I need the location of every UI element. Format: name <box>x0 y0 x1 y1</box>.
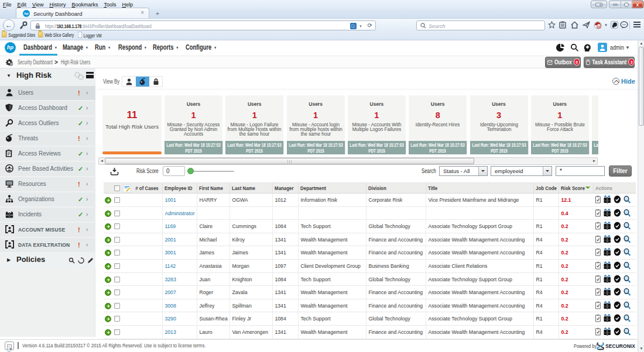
action-investigate-icon[interactable] <box>624 314 631 322</box>
column-header-actions[interactable]: Actions <box>593 183 628 194</box>
footer-app-icon[interactable] <box>5 341 14 350</box>
sidebar-menu-icon[interactable] <box>86 72 94 78</box>
table-row[interactable]: Administrator 0.4 <box>104 207 636 220</box>
action-case-icon[interactable] <box>604 327 611 336</box>
column-header-risk-score[interactable]: Risk Score <box>559 183 587 194</box>
sidebar-item-users[interactable]: Users ! › <box>0 86 95 100</box>
window-close-button[interactable]: x <box>632 1 643 8</box>
reload-icon[interactable]: ⟳ <box>368 22 372 29</box>
scroll-right-arrow-icon[interactable]: ► <box>591 158 597 164</box>
chevron-right-icon[interactable]: › <box>86 101 88 115</box>
chevron-right-icon[interactable]: › <box>86 86 88 100</box>
employee-id-link[interactable]: 1142 <box>165 263 176 269</box>
column-header-last-name[interactable]: Last Name <box>229 183 265 194</box>
action-complete-icon[interactable] <box>614 195 621 203</box>
nav-menu-respond[interactable]: Respond▼ <box>118 40 147 56</box>
action-investigate-icon[interactable] <box>624 195 631 203</box>
action-case-icon[interactable] <box>604 288 611 296</box>
expand-row-icon[interactable] <box>105 277 111 283</box>
status-select[interactable]: Status - All <box>439 166 488 176</box>
sidebar-item-data-exfiltration[interactable]: DATA EXFILTRATION ! › <box>0 238 95 252</box>
select-dropdown-icon[interactable] <box>543 167 551 175</box>
hamburger-menu-icon[interactable] <box>632 21 642 30</box>
column-header-job-code[interactable]: Job Code <box>533 183 554 194</box>
chevron-right-icon[interactable]: › <box>86 147 88 161</box>
card-total-high-risk-users[interactable]: 11 Total High Risk Users <box>102 95 162 154</box>
table-row[interactable]: 2001 Michael Kilroy 1341 Wealth Manageme… <box>104 233 636 247</box>
action-case-icon[interactable] <box>604 301 611 309</box>
filter-button[interactable]: Filter <box>609 165 632 177</box>
action-clipboard-icon[interactable] <box>595 288 601 296</box>
chat-bubble-icon[interactable] <box>619 21 629 30</box>
action-complete-icon[interactable] <box>614 327 621 336</box>
action-case-icon[interactable] <box>604 248 611 256</box>
column-header-of-cases[interactable]: # of Cases <box>133 183 157 194</box>
action-clipboard-icon[interactable] <box>595 222 601 230</box>
employee-id-link[interactable]: 2007 <box>165 289 176 295</box>
admin-user-label[interactable]: admin <box>610 40 624 56</box>
expand-row-icon[interactable] <box>105 263 111 270</box>
chevron-down-icon[interactable]: ▼ <box>625 40 630 56</box>
gear-icon[interactable] <box>5 58 13 66</box>
back-button[interactable]: ← <box>3 19 15 31</box>
action-clipboard-icon[interactable] <box>595 195 601 203</box>
policy-card[interactable]: Users 1 Misuse - Security Access Granted… <box>165 95 222 154</box>
page-vertical-scrollbar[interactable]: ▲ ▼ <box>638 40 644 352</box>
action-investigate-icon[interactable] <box>624 301 631 309</box>
expand-row-icon[interactable] <box>105 250 111 256</box>
scroll-down-arrow-icon[interactable]: ▼ <box>638 346 644 352</box>
extension-adobe-icon[interactable]: λ <box>593 21 602 30</box>
bookmark-item[interactable]: Suggested Sites <box>2 32 35 39</box>
column-header-manager[interactable]: Manager <box>272 183 293 194</box>
action-case-icon[interactable] <box>604 222 611 230</box>
table-row[interactable]: 2013 Lauro Van Amerongen 1341 Wealth Man… <box>104 326 636 339</box>
intelligence-head-icon[interactable] <box>583 43 592 53</box>
action-case-icon[interactable] <box>604 314 611 322</box>
sidebar-item-organizations[interactable]: Organizations ✓ › <box>0 192 95 206</box>
sidebar-item-peer-based-activities[interactable]: Peer Based Activities ✓ › <box>0 162 95 176</box>
chevron-right-icon[interactable]: › <box>86 162 88 176</box>
column-header-employee-id[interactable]: Employee ID <box>162 183 190 194</box>
chevron-right-icon[interactable]: › <box>86 223 88 237</box>
policy-card[interactable]: Users 8 Identity-Recent Hires Last Run: … <box>409 95 467 154</box>
employee-id-link[interactable]: 2001 <box>165 236 176 243</box>
action-case-icon[interactable] <box>604 261 611 270</box>
search-query-input[interactable]: * <box>556 166 605 176</box>
action-clipboard-icon[interactable] <box>595 248 601 256</box>
risk-score-slider-track[interactable] <box>191 171 234 172</box>
action-investigate-icon[interactable] <box>624 288 631 296</box>
view-by-threats-button[interactable] <box>136 77 149 87</box>
risk-score-slider-handle[interactable] <box>187 168 194 174</box>
action-clipboard-icon[interactable] <box>595 275 601 283</box>
row-checkbox[interactable] <box>114 223 120 229</box>
row-checkbox[interactable] <box>114 329 120 335</box>
send-plane-icon[interactable] <box>581 21 591 30</box>
column-header-department[interactable]: Department <box>298 183 354 194</box>
browser-menu-edit[interactable]: Edit <box>15 0 30 8</box>
bookmark-item[interactable]: Web Slice Gallery <box>38 32 74 39</box>
browser-menu-history[interactable]: History <box>46 0 68 8</box>
extension-box-icon[interactable] <box>609 21 619 30</box>
sidebar-item-access-outliers[interactable]: Access Outliers ✓ › <box>0 116 95 130</box>
action-case-icon[interactable] <box>604 195 611 203</box>
column-header-title[interactable]: Title <box>426 183 514 194</box>
action-clipboard-icon[interactable] <box>595 209 601 217</box>
action-complete-icon[interactable] <box>614 235 621 243</box>
view-by-access-button[interactable] <box>149 77 163 87</box>
nav-menu-reports[interactable]: Reports▼ <box>153 40 179 56</box>
action-complete-icon[interactable] <box>614 275 621 283</box>
table-row[interactable]: 3001 James Jaimes 1341 Wealth Management… <box>104 246 636 260</box>
expand-row-icon[interactable] <box>105 329 111 336</box>
edit-columns-icon[interactable] <box>123 184 131 192</box>
pie-chart-icon[interactable] <box>556 43 566 53</box>
action-complete-icon[interactable] <box>614 222 621 230</box>
expand-row-icon[interactable] <box>105 210 111 217</box>
action-investigate-icon[interactable] <box>624 275 631 283</box>
field-select[interactable]: employeeid <box>491 166 552 176</box>
url-dropdown-caret-icon[interactable]: ▼ <box>359 25 362 28</box>
sidebar-item-incidents[interactable]: Incidents ✓ › <box>0 208 95 222</box>
browser-menu-tools[interactable]: Tools <box>101 0 119 8</box>
policy-card[interactable]: Users 1 Misuse - Possible Brute Force At… <box>531 95 589 154</box>
hide-link[interactable]: Hide <box>612 77 635 86</box>
select-dropdown-icon[interactable] <box>478 167 487 175</box>
